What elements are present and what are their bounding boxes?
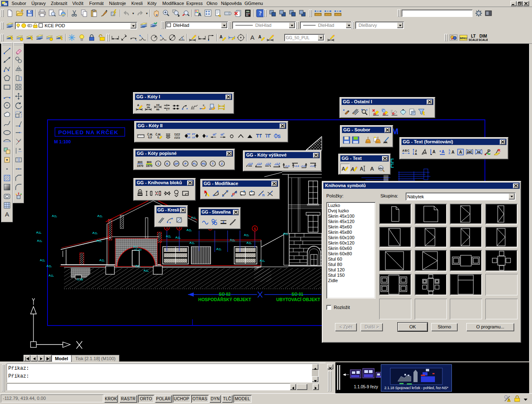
svg-text:-0,45: -0,45: [76, 278, 83, 281]
svg-text:v: v: [206, 135, 208, 138]
svg-text:UBYTOVACÍ OBJEKT: UBYTOVACÍ OBJEKT: [276, 297, 321, 302]
svg-text:POHLED NA KRČEK: POHLED NA KRČEK: [58, 129, 119, 135]
svg-text:2N: 2N: [147, 106, 150, 109]
svg-text:0,0: 0,0: [148, 136, 152, 139]
svg-text:SO 01: SO 01: [292, 292, 304, 297]
svg-text:A: A: [137, 104, 139, 107]
svg-text:A: A: [360, 166, 363, 172]
svg-text:2.: 2.: [449, 152, 451, 154]
svg-text:Z: Z: [221, 162, 223, 166]
svg-text:S: S: [278, 134, 280, 139]
svg-text:T: T: [212, 162, 214, 166]
svg-text:HOSPODÁŘSKÝ OBJEKT: HOSPODÁŘSKÝ OBJEKT: [198, 297, 251, 302]
svg-text:+1.0: +1.0: [294, 165, 299, 167]
svg-text:PD: PD: [202, 162, 205, 165]
svg-text:T: T: [168, 108, 170, 111]
svg-text:R: R: [498, 148, 501, 152]
svg-text:1970: 1970: [137, 164, 143, 167]
svg-text:P: P: [184, 162, 186, 166]
svg-text:UT: UT: [187, 136, 190, 139]
svg-text:IVII: IVII: [174, 137, 180, 140]
svg-text:A: A: [342, 166, 345, 172]
svg-text:A: A: [432, 150, 435, 154]
svg-text:ABC: ABC: [402, 149, 410, 152]
svg-text:8B: 8B: [156, 108, 159, 111]
svg-text:IVII: IVII: [174, 133, 180, 136]
svg-text:n: n: [262, 193, 265, 197]
svg-text:+1,20: +1,20: [134, 248, 142, 251]
svg-text:A: A: [350, 166, 354, 172]
svg-text:T: T: [164, 105, 166, 107]
svg-text:PT: PT: [187, 133, 190, 135]
svg-text:M 1:100: M 1:100: [54, 139, 71, 144]
svg-text:1970: 1970: [146, 164, 152, 167]
svg-text:800: 800: [147, 161, 152, 164]
svg-text:+1.0: +1.0: [266, 162, 271, 165]
svg-text:P: P: [487, 149, 490, 154]
svg-text:E: E: [203, 104, 204, 107]
svg-text:+1.0: +1.0: [285, 165, 290, 167]
svg-text:SO 02: SO 02: [219, 292, 231, 297]
svg-text:PL: PL: [193, 162, 196, 165]
svg-text:+1.0: +1.0: [275, 162, 280, 165]
svg-text:ol°: ol°: [213, 133, 216, 136]
svg-text:5: 5: [254, 227, 256, 231]
svg-text:UT: UT: [192, 136, 195, 139]
svg-text:A: A: [459, 150, 462, 154]
svg-text:+1.0: +1.0: [257, 162, 262, 165]
svg-text:A: A: [442, 150, 444, 154]
svg-text:A: A: [451, 150, 454, 154]
svg-text:PT: PT: [192, 133, 195, 135]
svg-text:AB: AB: [156, 104, 160, 106]
svg-text:+1.0: +1.0: [310, 165, 315, 167]
svg-text:0,: 0,: [157, 136, 160, 139]
svg-text:A: A: [370, 166, 374, 172]
svg-text:K: K: [166, 162, 169, 166]
svg-text:ol°: ol°: [221, 133, 224, 136]
svg-text:A: A: [415, 152, 417, 156]
svg-text:800: 800: [138, 161, 142, 164]
svg-text:Č.M.: Č.M.: [147, 133, 153, 136]
svg-text:1.: 1.: [449, 149, 451, 152]
svg-text:abc: abc: [378, 167, 383, 170]
svg-text:Č.M.: Č.M.: [155, 133, 161, 136]
svg-text:+1.0: +1.0: [248, 162, 253, 165]
svg-text:1: 1: [157, 162, 159, 166]
svg-text:DP: DP: [174, 162, 178, 165]
